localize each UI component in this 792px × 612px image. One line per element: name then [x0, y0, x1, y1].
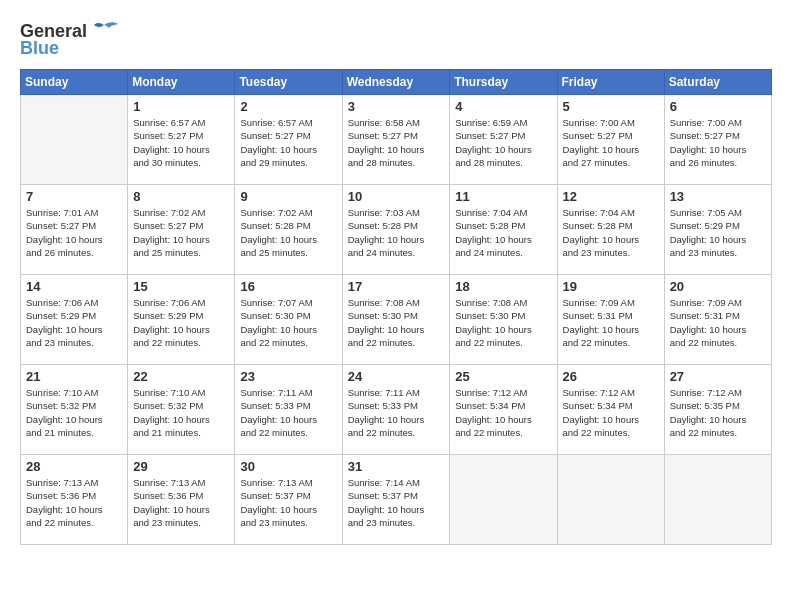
day-number: 9 [240, 189, 336, 204]
day-number: 17 [348, 279, 445, 294]
calendar-cell: 29Sunrise: 7:13 AM Sunset: 5:36 PM Dayli… [128, 455, 235, 545]
calendar-cell: 2Sunrise: 6:57 AM Sunset: 5:27 PM Daylig… [235, 95, 342, 185]
calendar-cell [21, 95, 128, 185]
day-info: Sunrise: 7:09 AM Sunset: 5:31 PM Dayligh… [563, 296, 659, 349]
day-info: Sunrise: 7:12 AM Sunset: 5:35 PM Dayligh… [670, 386, 766, 439]
calendar-cell: 24Sunrise: 7:11 AM Sunset: 5:33 PM Dayli… [342, 365, 450, 455]
calendar-table: SundayMondayTuesdayWednesdayThursdayFrid… [20, 69, 772, 545]
day-info: Sunrise: 7:13 AM Sunset: 5:37 PM Dayligh… [240, 476, 336, 529]
day-info: Sunrise: 7:08 AM Sunset: 5:30 PM Dayligh… [348, 296, 445, 349]
calendar-cell: 5Sunrise: 7:00 AM Sunset: 5:27 PM Daylig… [557, 95, 664, 185]
logo-bird-icon [89, 20, 119, 42]
week-row-2: 7Sunrise: 7:01 AM Sunset: 5:27 PM Daylig… [21, 185, 772, 275]
day-number: 31 [348, 459, 445, 474]
logo-blue-text: Blue [20, 38, 59, 59]
day-number: 20 [670, 279, 766, 294]
calendar-header: SundayMondayTuesdayWednesdayThursdayFrid… [21, 70, 772, 95]
calendar-cell: 25Sunrise: 7:12 AM Sunset: 5:34 PM Dayli… [450, 365, 557, 455]
day-number: 14 [26, 279, 122, 294]
week-row-5: 28Sunrise: 7:13 AM Sunset: 5:36 PM Dayli… [21, 455, 772, 545]
day-info: Sunrise: 7:00 AM Sunset: 5:27 PM Dayligh… [563, 116, 659, 169]
calendar-cell: 12Sunrise: 7:04 AM Sunset: 5:28 PM Dayli… [557, 185, 664, 275]
day-info: Sunrise: 7:11 AM Sunset: 5:33 PM Dayligh… [240, 386, 336, 439]
day-info: Sunrise: 7:07 AM Sunset: 5:30 PM Dayligh… [240, 296, 336, 349]
calendar-cell: 31Sunrise: 7:14 AM Sunset: 5:37 PM Dayli… [342, 455, 450, 545]
day-number: 12 [563, 189, 659, 204]
day-info: Sunrise: 7:06 AM Sunset: 5:29 PM Dayligh… [133, 296, 229, 349]
day-number: 28 [26, 459, 122, 474]
day-number: 1 [133, 99, 229, 114]
calendar-cell: 13Sunrise: 7:05 AM Sunset: 5:29 PM Dayli… [664, 185, 771, 275]
header-cell-tuesday: Tuesday [235, 70, 342, 95]
calendar-cell [557, 455, 664, 545]
day-number: 21 [26, 369, 122, 384]
header-cell-saturday: Saturday [664, 70, 771, 95]
day-number: 23 [240, 369, 336, 384]
calendar-cell: 1Sunrise: 6:57 AM Sunset: 5:27 PM Daylig… [128, 95, 235, 185]
day-number: 7 [26, 189, 122, 204]
calendar-cell: 3Sunrise: 6:58 AM Sunset: 5:27 PM Daylig… [342, 95, 450, 185]
day-info: Sunrise: 7:02 AM Sunset: 5:28 PM Dayligh… [240, 206, 336, 259]
calendar-cell: 30Sunrise: 7:13 AM Sunset: 5:37 PM Dayli… [235, 455, 342, 545]
day-number: 22 [133, 369, 229, 384]
day-number: 18 [455, 279, 551, 294]
day-info: Sunrise: 7:08 AM Sunset: 5:30 PM Dayligh… [455, 296, 551, 349]
day-info: Sunrise: 7:14 AM Sunset: 5:37 PM Dayligh… [348, 476, 445, 529]
header-cell-monday: Monday [128, 70, 235, 95]
day-info: Sunrise: 7:12 AM Sunset: 5:34 PM Dayligh… [455, 386, 551, 439]
day-number: 16 [240, 279, 336, 294]
day-info: Sunrise: 7:13 AM Sunset: 5:36 PM Dayligh… [133, 476, 229, 529]
calendar-cell: 15Sunrise: 7:06 AM Sunset: 5:29 PM Dayli… [128, 275, 235, 365]
day-number: 6 [670, 99, 766, 114]
day-number: 15 [133, 279, 229, 294]
day-number: 5 [563, 99, 659, 114]
calendar-cell [664, 455, 771, 545]
calendar-cell: 20Sunrise: 7:09 AM Sunset: 5:31 PM Dayli… [664, 275, 771, 365]
day-number: 2 [240, 99, 336, 114]
calendar-cell: 19Sunrise: 7:09 AM Sunset: 5:31 PM Dayli… [557, 275, 664, 365]
day-info: Sunrise: 7:06 AM Sunset: 5:29 PM Dayligh… [26, 296, 122, 349]
calendar-cell: 4Sunrise: 6:59 AM Sunset: 5:27 PM Daylig… [450, 95, 557, 185]
day-info: Sunrise: 7:12 AM Sunset: 5:34 PM Dayligh… [563, 386, 659, 439]
header-cell-wednesday: Wednesday [342, 70, 450, 95]
day-info: Sunrise: 7:04 AM Sunset: 5:28 PM Dayligh… [563, 206, 659, 259]
logo: General Blue [20, 20, 119, 59]
calendar-cell: 23Sunrise: 7:11 AM Sunset: 5:33 PM Dayli… [235, 365, 342, 455]
calendar-cell: 9Sunrise: 7:02 AM Sunset: 5:28 PM Daylig… [235, 185, 342, 275]
day-info: Sunrise: 6:59 AM Sunset: 5:27 PM Dayligh… [455, 116, 551, 169]
calendar-cell: 16Sunrise: 7:07 AM Sunset: 5:30 PM Dayli… [235, 275, 342, 365]
calendar-cell: 17Sunrise: 7:08 AM Sunset: 5:30 PM Dayli… [342, 275, 450, 365]
header-row: SundayMondayTuesdayWednesdayThursdayFrid… [21, 70, 772, 95]
page-header: General Blue [20, 20, 772, 59]
day-number: 27 [670, 369, 766, 384]
calendar-cell: 27Sunrise: 7:12 AM Sunset: 5:35 PM Dayli… [664, 365, 771, 455]
day-number: 30 [240, 459, 336, 474]
header-cell-friday: Friday [557, 70, 664, 95]
day-number: 13 [670, 189, 766, 204]
day-info: Sunrise: 7:00 AM Sunset: 5:27 PM Dayligh… [670, 116, 766, 169]
day-number: 29 [133, 459, 229, 474]
day-info: Sunrise: 7:13 AM Sunset: 5:36 PM Dayligh… [26, 476, 122, 529]
day-info: Sunrise: 7:03 AM Sunset: 5:28 PM Dayligh… [348, 206, 445, 259]
day-number: 4 [455, 99, 551, 114]
calendar-body: 1Sunrise: 6:57 AM Sunset: 5:27 PM Daylig… [21, 95, 772, 545]
day-info: Sunrise: 7:01 AM Sunset: 5:27 PM Dayligh… [26, 206, 122, 259]
day-number: 8 [133, 189, 229, 204]
day-info: Sunrise: 6:57 AM Sunset: 5:27 PM Dayligh… [133, 116, 229, 169]
calendar-cell [450, 455, 557, 545]
calendar-cell: 10Sunrise: 7:03 AM Sunset: 5:28 PM Dayli… [342, 185, 450, 275]
header-cell-thursday: Thursday [450, 70, 557, 95]
day-info: Sunrise: 7:10 AM Sunset: 5:32 PM Dayligh… [26, 386, 122, 439]
day-number: 24 [348, 369, 445, 384]
day-info: Sunrise: 7:05 AM Sunset: 5:29 PM Dayligh… [670, 206, 766, 259]
day-info: Sunrise: 7:04 AM Sunset: 5:28 PM Dayligh… [455, 206, 551, 259]
calendar-cell: 22Sunrise: 7:10 AM Sunset: 5:32 PM Dayli… [128, 365, 235, 455]
day-number: 3 [348, 99, 445, 114]
calendar-cell: 14Sunrise: 7:06 AM Sunset: 5:29 PM Dayli… [21, 275, 128, 365]
day-info: Sunrise: 6:58 AM Sunset: 5:27 PM Dayligh… [348, 116, 445, 169]
calendar-cell: 7Sunrise: 7:01 AM Sunset: 5:27 PM Daylig… [21, 185, 128, 275]
day-info: Sunrise: 7:02 AM Sunset: 5:27 PM Dayligh… [133, 206, 229, 259]
day-number: 25 [455, 369, 551, 384]
day-info: Sunrise: 7:09 AM Sunset: 5:31 PM Dayligh… [670, 296, 766, 349]
calendar-cell: 21Sunrise: 7:10 AM Sunset: 5:32 PM Dayli… [21, 365, 128, 455]
